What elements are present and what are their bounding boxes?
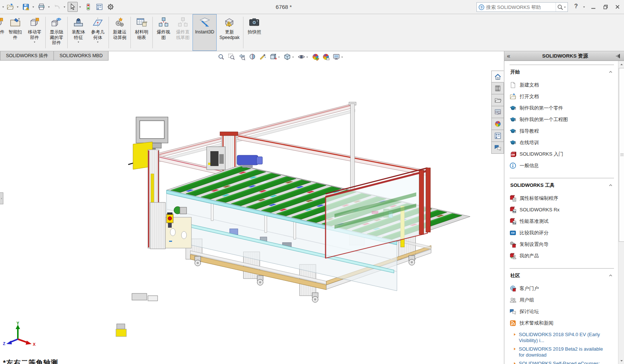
- help-dropdown-icon[interactable]: [582, 5, 586, 9]
- move-component-button[interactable]: 移动零 部件: [25, 14, 44, 51]
- help-button[interactable]: ?: [574, 3, 578, 10]
- task-pane-link[interactable]: SWSOLIDWORKS 入门: [510, 148, 614, 160]
- task-pane-link[interactable]: 在线培训: [510, 137, 614, 148]
- task-pane-link[interactable]: 用户组: [510, 294, 614, 306]
- svg-text:Rx: Rx: [513, 210, 516, 212]
- task-pane-link[interactable]: Rx性能基准测试: [510, 215, 614, 227]
- task-pane-tab-view-palette[interactable]: [491, 106, 504, 118]
- task-pane-link[interactable]: 属性标签编制程序: [510, 192, 614, 204]
- featuremanager-collapsed-tab[interactable]: ‹: [0, 192, 3, 204]
- restore-button[interactable]: [601, 3, 610, 11]
- dropdown-caret-icon[interactable]: [340, 55, 344, 59]
- dropdown-caret-icon[interactable]: [96, 40, 99, 43]
- scroll-down-button[interactable]: [619, 358, 624, 364]
- news-link[interactable]: SOLIDWORKS 2019 Beta2 is available for d…: [513, 346, 607, 358]
- bill-of-materials-button[interactable]: 材料明 细表: [132, 14, 151, 51]
- task-pane-link[interactable]: 打开文档: [510, 91, 614, 102]
- close-button[interactable]: [612, 3, 622, 11]
- edit-appearance-icon: [312, 53, 319, 61]
- command-tab-addins[interactable]: SOLIDWORKS 插件: [0, 51, 54, 61]
- display-style-button[interactable]: [284, 53, 295, 61]
- task-pane-link[interactable]: 复制设置向导: [510, 238, 614, 250]
- apply-scene-button[interactable]: [322, 53, 330, 61]
- search-button[interactable]: [556, 3, 568, 12]
- task-pane-link[interactable]: 一般信息: [510, 160, 614, 171]
- graphics-viewport[interactable]: SOLIDWORKS 插件SOLIDWORKS MBD ‹ Y X Z *左右二…: [0, 51, 504, 364]
- annotation-views-icon: [259, 53, 266, 61]
- edit-appearance-button[interactable]: [312, 53, 319, 61]
- smart-fasteners-icon: [10, 17, 21, 28]
- link-label: 一般信息: [520, 162, 539, 169]
- ribbon-button-label: 爆炸直 线草图: [176, 29, 190, 40]
- pin-icon[interactable]: [615, 53, 621, 59]
- dynamic-annotation-views-button[interactable]: [259, 53, 266, 61]
- command-tab-mbd[interactable]: SOLIDWORKS MBD: [54, 51, 109, 61]
- section-view-button[interactable]: [249, 53, 256, 61]
- task-pane-link[interactable]: 指导教程: [510, 125, 614, 137]
- zoom-to-area-button[interactable]: [228, 53, 235, 61]
- take-snapshot-button[interactable]: 拍快照: [245, 14, 264, 51]
- task-pane-tab-custom-properties[interactable]: [491, 130, 504, 142]
- task-pane-link[interactable]: RxSOLIDWORKS Rx: [510, 204, 614, 215]
- minimize-button[interactable]: [588, 3, 598, 11]
- task-pane-link[interactable]: 客户门户: [510, 283, 614, 294]
- reference-triad: Y X Z: [2, 322, 39, 354]
- news-link[interactable]: SOLIDWORKS Self-Paced eCourses: Free: [513, 361, 607, 364]
- rss-icon: [510, 320, 516, 326]
- grad-cap-icon: [510, 105, 516, 111]
- task-pane-tab-design-library[interactable]: [491, 82, 504, 94]
- dropdown-caret-icon[interactable]: [305, 55, 309, 59]
- colorball-icon: [494, 120, 501, 127]
- new-motion-study-button[interactable]: 新建运 动算例: [110, 14, 129, 51]
- explode-line-sketch-button[interactable]: 爆炸直 线草图: [173, 14, 193, 51]
- dropdown-caret-icon[interactable]: [33, 40, 36, 43]
- dropdown-caret-icon[interactable]: [277, 55, 281, 59]
- task-pane-link[interactable]: 制作我的第一个工程图: [510, 114, 614, 125]
- update-speedpak-button[interactable]: 更新 Speedpak: [217, 14, 242, 51]
- previous-view-button[interactable]: [238, 53, 246, 61]
- view-orientation-button[interactable]: [269, 53, 281, 61]
- task-pane-link[interactable]: 比较我的评分: [510, 227, 614, 238]
- section-header[interactable]: 开始: [510, 69, 613, 75]
- assembly-features-button[interactable]: 装配体 特征: [69, 14, 88, 51]
- show-hidden-components-button[interactable]: 显示隐 藏的零 部件: [47, 14, 66, 51]
- exploded-view-icon: [158, 17, 169, 28]
- task-pane-tab-solidworks-resources[interactable]: [491, 71, 504, 82]
- task-pane-link[interactable]: 探讨论坛: [510, 306, 614, 317]
- search-input[interactable]: [486, 4, 556, 10]
- task-pane-link[interactable]: 技术警戒和新闻: [510, 317, 614, 329]
- scrollbar-thumb[interactable]: [619, 68, 624, 242]
- search-icon: [557, 4, 563, 10]
- news-arrow-icon: [513, 362, 517, 364]
- scroll-up-button[interactable]: [619, 61, 624, 67]
- zoom-to-fit-button[interactable]: [217, 53, 225, 61]
- chat-icon: [510, 308, 516, 315]
- hide-show-items-button[interactable]: [298, 53, 309, 61]
- previous-view-icon: [238, 53, 246, 61]
- section-header[interactable]: SOLIDWORKS 工具: [510, 182, 613, 189]
- update-speedpak-icon: [224, 17, 235, 28]
- ribbon-button-label: 爆炸视 图: [157, 29, 170, 40]
- task-pane-tab-appearances-scenes[interactable]: [491, 118, 504, 130]
- reference-geometry-button[interactable]: 参考几 何体: [88, 14, 107, 51]
- instant3d-button[interactable]: Instant3D: [193, 14, 217, 51]
- task-pane-section: SOLIDWORKS 工具属性标签编制程序RxSOLIDWORKS RxRx性能…: [510, 178, 614, 268]
- task-pane-tab-file-explorer[interactable]: [491, 94, 504, 106]
- task-pane-scrollbar[interactable]: [618, 61, 624, 364]
- exploded-view-button[interactable]: 爆炸视 图: [154, 14, 173, 51]
- view-settings-button[interactable]: [333, 53, 344, 61]
- section-header[interactable]: 社区: [510, 272, 613, 279]
- task-pane-link[interactable]: 新建文档: [510, 79, 614, 91]
- task-pane-tab-solidworks-forum[interactable]: [491, 142, 504, 154]
- task-pane-link[interactable]: 我的产品: [510, 250, 614, 261]
- dropdown-caret-icon[interactable]: [77, 40, 80, 43]
- annotation-views-icon: [259, 53, 266, 61]
- task-pane-collapse-button[interactable]: «: [507, 52, 515, 60]
- search-dropdown-icon[interactable]: [563, 6, 566, 9]
- task-pane-link[interactable]: 制作我的第一个零件: [510, 102, 614, 114]
- dropdown-caret-icon[interactable]: [291, 55, 295, 59]
- insert-component-button[interactable]: 零部件: [0, 14, 6, 51]
- news-link[interactable]: SOLIDWORKS 2018 SP4.0 EV (Early Visibili…: [513, 332, 607, 344]
- section-view-icon: [249, 53, 256, 61]
- smart-fasteners-button[interactable]: 智能扣 件: [6, 14, 25, 51]
